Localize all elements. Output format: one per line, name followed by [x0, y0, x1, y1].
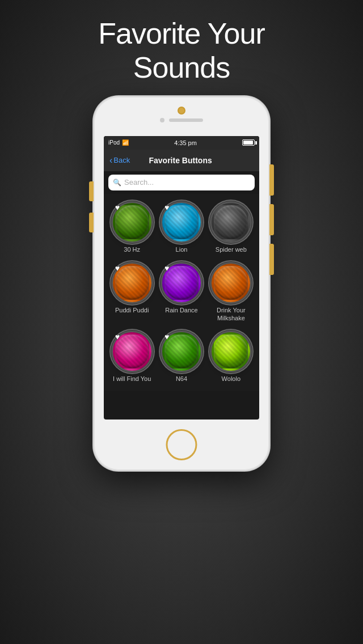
sound-button-1[interactable]: ♥ — [161, 202, 202, 243]
sound-button-6[interactable]: ♥ — [112, 331, 153, 372]
sound-button-inner — [212, 203, 250, 242]
grid-item[interactable]: ♥Rain Dance — [158, 259, 205, 326]
item-label: Wololo — [222, 375, 240, 383]
heart-icon: ♥ — [115, 264, 120, 273]
grid-item[interactable]: ♥Lion — [158, 198, 205, 257]
sound-button-2[interactable] — [210, 202, 251, 243]
speaker-area — [160, 118, 203, 122]
grid-item[interactable]: ♥Puddi Puddi — [108, 259, 155, 326]
heart-icon: ♥ — [115, 332, 120, 341]
sound-button-0[interactable]: ♥ — [112, 202, 153, 243]
battery-fill — [243, 141, 253, 145]
item-label: Spider web — [216, 245, 247, 253]
phone-screen: iPod 📶 4:35 pm ‹ Back Favorite Buttons — [104, 136, 259, 420]
status-bar: iPod 📶 4:35 pm — [104, 136, 259, 150]
sound-button-inner — [212, 264, 250, 302]
search-icon: 🔍 — [113, 179, 121, 187]
item-label: Puddi Puddi — [115, 306, 149, 314]
back-button[interactable]: ‹ Back — [109, 155, 130, 166]
status-right — [242, 139, 255, 146]
grid-item[interactable]: Wololo — [208, 328, 255, 386]
back-chevron-icon: ‹ — [109, 155, 112, 166]
heart-icon: ♥ — [164, 203, 169, 212]
status-time: 4:35 pm — [174, 139, 197, 146]
battery-icon — [242, 139, 255, 146]
nav-title: Favorite Buttons — [130, 156, 231, 165]
device-label: iPod — [108, 139, 120, 146]
item-label: 30 Hz — [124, 245, 140, 253]
sound-button-7[interactable]: ♥ — [161, 331, 202, 372]
grid-item[interactable]: Spider web — [208, 198, 255, 257]
status-left: iPod 📶 — [108, 139, 129, 146]
sound-grid: ♥30 Hz♥LionSpider web♥Puddi Puddi♥Rain D… — [104, 194, 259, 391]
phone-device: iPod 📶 4:35 pm ‹ Back Favorite Buttons — [94, 96, 269, 471]
phone-dot — [160, 118, 164, 122]
phone-speaker — [169, 118, 203, 122]
heart-icon: ♥ — [164, 264, 169, 273]
item-label: Rain Dance — [165, 306, 197, 314]
grid-item[interactable]: Drink Your Milkshake — [208, 259, 255, 326]
nav-bar: ‹ Back Favorite Buttons — [104, 150, 259, 171]
home-button[interactable] — [166, 429, 197, 460]
sound-button-8[interactable] — [210, 331, 251, 372]
search-bar: 🔍 Search... — [104, 171, 259, 194]
heart-icon: ♥ — [115, 203, 120, 212]
item-label: N64 — [176, 375, 187, 383]
wifi-icon: 📶 — [122, 139, 129, 146]
item-label: Drink Your Milkshake — [210, 306, 252, 323]
item-label: Lion — [176, 245, 188, 253]
heart-icon: ♥ — [164, 332, 169, 341]
grid-item[interactable]: ♥N64 — [158, 328, 205, 386]
search-input-box[interactable]: 🔍 Search... — [108, 175, 255, 190]
item-label: I will Find You — [113, 375, 151, 383]
back-label: Back — [113, 156, 130, 164]
phone-top — [160, 107, 203, 122]
sound-button-inner — [212, 332, 250, 371]
phone-frame: iPod 📶 4:35 pm ‹ Back Favorite Buttons — [94, 96, 269, 471]
grid-item[interactable]: ♥I will Find You — [108, 328, 155, 386]
camera-icon — [178, 107, 185, 115]
page-title: Favorite Your Sounds — [98, 17, 264, 85]
search-placeholder: Search... — [124, 178, 154, 187]
sound-button-5[interactable] — [210, 262, 251, 303]
sound-button-3[interactable]: ♥ — [112, 262, 153, 303]
grid-item[interactable]: ♥30 Hz — [108, 198, 155, 257]
sound-button-4[interactable]: ♥ — [161, 262, 202, 303]
